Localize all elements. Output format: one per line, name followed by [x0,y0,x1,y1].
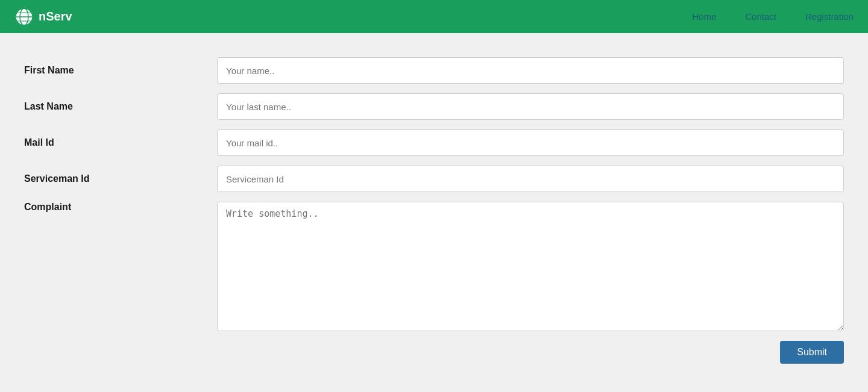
brand-label: nServ [39,10,72,23]
submit-button[interactable]: Submit [780,341,844,364]
first-name-label: First Name [12,65,217,76]
serviceman-id-input[interactable] [217,166,844,192]
last-name-input[interactable] [217,93,844,120]
first-name-row: First Name [12,57,856,84]
globe-icon [14,7,34,26]
last-name-label: Last Name [12,101,217,112]
serviceman-id-label: Serviceman Id [12,173,217,184]
mail-id-input[interactable] [217,129,844,156]
complaint-label: Complaint [12,202,217,213]
mail-id-row: Mail Id [12,129,856,156]
nav-registration[interactable]: Registration [805,11,854,22]
complaint-textarea[interactable] [217,202,844,331]
serviceman-id-row: Serviceman Id [12,166,856,192]
navbar-links: Home Contact Registration [692,11,854,22]
contact-form: First Name Last Name Mail Id Serviceman … [0,33,868,388]
complaint-row: Complaint [12,202,856,331]
first-name-input[interactable] [217,57,844,84]
last-name-row: Last Name [12,93,856,120]
mail-id-label: Mail Id [12,137,217,148]
nav-contact[interactable]: Contact [745,11,776,22]
navbar: nServ Home Contact Registration [0,0,868,33]
submit-row: Submit [12,341,856,364]
nav-home[interactable]: Home [692,11,716,22]
brand: nServ [14,7,72,26]
